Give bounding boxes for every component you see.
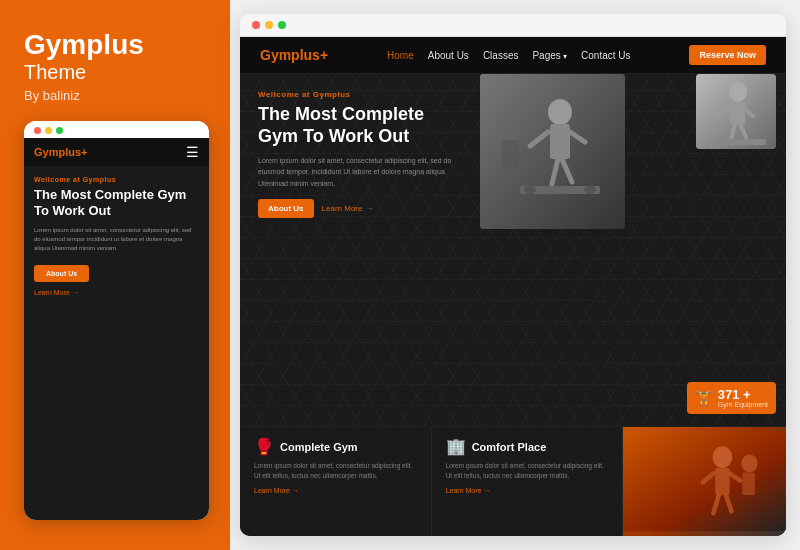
- mobile-nav: Gymplus+ ☰: [24, 138, 209, 166]
- boxing-glove-icon: 🥊: [254, 437, 274, 456]
- hero-learn-button[interactable]: Learn More →: [322, 204, 374, 213]
- mobile-welcome-text: Wellcome at Gymplus: [34, 176, 199, 183]
- building-icon: 🏢: [446, 437, 466, 456]
- card-title-1: Comfort Place: [472, 441, 547, 453]
- badge-label: Gym Equipment: [718, 401, 768, 408]
- nav-link-classes[interactable]: Classes: [483, 50, 519, 61]
- gym-equipment-badge: 🏋️ 371 + Gym Equipment: [687, 382, 776, 414]
- nav-link-home[interactable]: Home: [387, 50, 414, 61]
- mobile-body: Wellcome at Gymplus The Most Complete Gy…: [24, 166, 209, 520]
- hero-heading: The Most CompleteGym To Work Out: [258, 104, 462, 147]
- mobile-logo: Gymplus+: [34, 146, 88, 158]
- hero-welcome-text: Wellcome at Gymplus: [258, 90, 462, 99]
- mobile-para: Lorem ipsum dolor sit amet, consectetur …: [34, 226, 199, 253]
- nav-link-pages[interactable]: Pages: [532, 50, 567, 61]
- desktop-dot-green: [278, 21, 286, 29]
- desktop-logo: Gymplus+: [260, 47, 328, 63]
- desktop-hero: Wellcome at Gymplus The Most CompleteGym…: [240, 74, 786, 426]
- mobile-about-button[interactable]: About Us: [34, 265, 89, 282]
- video-card-inner: [623, 427, 786, 536]
- desktop-content: Gymplus+ Home About Us Classes Pages Con…: [240, 37, 786, 536]
- hero-buttons: About Us Learn More →: [258, 199, 462, 218]
- desktop-nav: Gymplus+ Home About Us Classes Pages Con…: [240, 37, 786, 74]
- desktop-dot-red: [252, 21, 260, 29]
- card-text-0: Lorem ipsum dolor sit amet, consectetur …: [254, 461, 417, 481]
- svg-rect-11: [502, 140, 519, 168]
- svg-rect-19: [716, 139, 766, 145]
- hero-left: Wellcome at Gymplus The Most CompleteGym…: [240, 74, 480, 426]
- svg-point-13: [729, 82, 747, 102]
- svg-point-21: [713, 446, 733, 468]
- mobile-top-bar: [24, 121, 209, 138]
- hero-right: 🏋️ 371 + Gym Equipment: [480, 74, 786, 426]
- svg-point-9: [584, 186, 596, 194]
- mobile-dot-yellow: [45, 127, 52, 134]
- brand-title: Gymplus Theme: [24, 30, 206, 88]
- desktop-top-bar: [240, 14, 786, 37]
- comfort-place-card: 🏢 Comfort Place Lorem ipsum dolor sit am…: [432, 427, 624, 536]
- right-panel: Gymplus+ Home About Us Classes Pages Con…: [230, 0, 800, 550]
- svg-point-27: [742, 454, 758, 472]
- card-text-1: Lorem ipsum dolor sit amet, consectetur …: [446, 461, 609, 481]
- hero-para: Lorem ipsum dolor sit amet, consectetur …: [258, 155, 462, 189]
- card-learn-0: Learn More →: [254, 487, 417, 494]
- hamburger-icon[interactable]: ☰: [186, 144, 199, 160]
- hero-side-image: [696, 74, 776, 149]
- hero-about-button[interactable]: About Us: [258, 199, 314, 218]
- card-title-0: Complete Gym: [280, 441, 358, 453]
- complete-gym-card: 🥊 Complete Gym Lorem ipsum dolor sit ame…: [240, 427, 432, 536]
- hero-main-image: [480, 74, 625, 229]
- mobile-dot-red: [34, 127, 41, 134]
- badge-icon: 🏋️: [695, 390, 712, 406]
- svg-point-10: [500, 118, 520, 140]
- nav-link-contact[interactable]: Contact Us: [581, 50, 630, 61]
- svg-rect-22: [716, 468, 730, 495]
- mobile-dot-green: [56, 127, 63, 134]
- desktop-dot-yellow: [265, 21, 273, 29]
- video-card: [623, 427, 786, 536]
- reserve-now-button[interactable]: Reserve Now: [689, 45, 766, 65]
- svg-rect-2: [550, 124, 570, 159]
- mobile-content: Gymplus+ ☰ Wellcome at Gymplus The Most …: [24, 138, 209, 520]
- mobile-mockup: Gymplus+ ☰ Wellcome at Gymplus The Most …: [24, 121, 209, 520]
- mobile-learn-more: Learn More →: [34, 289, 199, 296]
- badge-number: 371 +: [718, 388, 768, 401]
- svg-point-8: [524, 186, 536, 194]
- mobile-heading: The Most Complete Gym To Work Out: [34, 187, 199, 220]
- desktop-mockup: Gymplus+ Home About Us Classes Pages Con…: [240, 14, 786, 536]
- svg-point-1: [548, 99, 572, 125]
- left-panel: Gymplus Theme By baliniz Gymplus+ ☰ Well…: [0, 0, 230, 550]
- desktop-nav-links: Home About Us Classes Pages Contact Us: [387, 50, 630, 61]
- nav-link-about[interactable]: About Us: [428, 50, 469, 61]
- card-learn-1: Learn More →: [446, 487, 609, 494]
- svg-rect-14: [730, 102, 745, 124]
- desktop-cards: 🥊 Complete Gym Lorem ipsum dolor sit ame…: [240, 426, 786, 536]
- svg-rect-28: [743, 472, 756, 495]
- author-label: By baliniz: [24, 88, 206, 103]
